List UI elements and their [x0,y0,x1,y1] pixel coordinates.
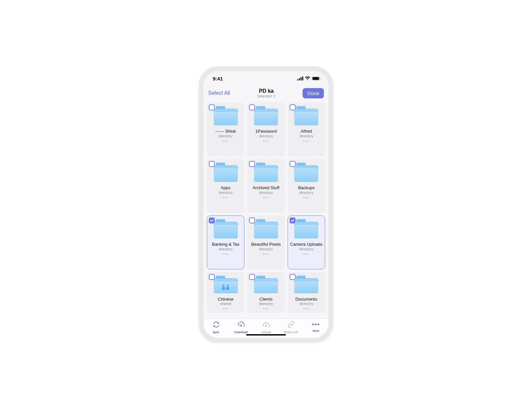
status-bar: 9:41 [203,71,329,86]
folder-type: directory [219,134,233,138]
folder-type: directory [259,302,273,306]
done-button[interactable]: Done [303,88,324,98]
folder-name: 1Password [255,129,277,134]
sync-icon [212,321,220,330]
folder-type: shared [220,302,231,306]
folder-card[interactable]: Alfreddirectory••• [288,102,325,156]
folder-card[interactable]: Banking & Taxdirectory••• [207,215,244,269]
folder-name: Alfred [301,129,312,134]
folder-icon [294,106,318,125]
more-icon[interactable]: ••• [303,252,310,256]
toolbar-download[interactable]: Download [230,321,252,334]
folder-icon [214,106,238,125]
folder-card[interactable]: 1Passworddirectory••• [247,102,285,156]
folder-icon [254,106,278,125]
status-time: 9:41 [213,76,223,81]
folder-type: directory [299,247,313,251]
toolbar-label: Download [234,331,248,334]
folder-name: Apps [221,185,231,190]
folder-card[interactable]: Chineseshared••• [207,272,244,313]
folder-name: Backups [298,185,315,190]
svg-rect-1 [299,78,300,80]
more-icon[interactable]: ••• [222,307,229,311]
page-title: PD ka [257,88,275,94]
toolbar-label: Share Link [284,331,298,334]
folder-card[interactable]: ------ Shlokdirectory••• [207,102,244,156]
folder-name: ------ Shlok [215,129,236,134]
upload-icon [262,321,270,330]
folder-type: directory [259,191,273,195]
selection-count: Selected: 2 [257,94,275,98]
folder-card[interactable]: Backupsdirectory••• [288,159,325,213]
folder-type: directory [219,191,233,195]
folder-name: Chinese [218,297,234,301]
folder-type: directory [299,191,313,195]
folder-type: directory [259,247,273,251]
more-icon[interactable]: ••• [263,252,269,256]
nav-bar: Select All PD ka Selected: 2 Done [203,86,329,100]
sharelink-icon [287,321,295,330]
screen: 9:41 Select All PD ka Selected: 2 Done -… [203,71,329,338]
folder-type: directory [219,247,233,251]
more-icon[interactable]: ••• [303,307,310,311]
status-indicators [297,76,321,80]
more-icon[interactable]: ••• [222,139,229,143]
folder-icon [254,219,278,238]
wifi-icon [305,76,310,80]
more-icon[interactable]: ••• [303,196,310,200]
cellular-icon [297,76,303,80]
download-icon [237,321,245,330]
svg-rect-3 [302,76,303,80]
toolbar-label: Upload [261,331,271,334]
nav-title-block: PD ka Selected: 2 [257,88,275,98]
phone-frame: 9:41 Select All PD ka Selected: 2 Done -… [199,67,333,342]
folder-icon [214,163,238,182]
folder-card[interactable]: Appsdirectory••• [207,159,244,213]
svg-rect-5 [313,77,319,80]
home-indicator[interactable] [246,334,286,336]
folder-type: directory [259,134,273,138]
toolbar-sharelink: Share Link [280,321,302,334]
folder-icon [254,276,278,293]
folder-icon [254,163,278,182]
toolbar-sync[interactable]: Sync [205,321,227,334]
folder-name: Camera Uploads [290,242,323,247]
more-icon[interactable]: ••• [263,196,269,200]
folder-name: Clients [259,297,273,301]
svg-rect-2 [301,77,302,80]
toolbar-label: Sync [213,331,219,334]
toolbar-label: More [313,329,320,333]
more-icon[interactable]: ••• [222,196,229,200]
folder-card[interactable]: Documentsdirectory••• [288,272,325,313]
toolbar-upload: Upload [255,321,277,334]
more-icon[interactable]: ••• [263,139,269,143]
toolbar-more[interactable]: •••More [305,321,327,333]
folder-icon [214,276,238,293]
svg-rect-0 [297,79,298,80]
folder-card[interactable]: Beautiful Pixelsdirectory••• [247,215,285,269]
svg-rect-6 [320,78,321,79]
folder-type: directory [299,302,313,306]
folder-type: directory [299,134,313,138]
more-icon[interactable]: ••• [303,139,310,143]
folder-icon [294,219,318,238]
more-icon[interactable]: ••• [263,307,269,311]
battery-icon [312,76,321,80]
folder-icon [294,276,318,293]
folder-name: Banking & Tax [212,242,239,247]
more-icon[interactable]: ••• [222,252,229,256]
folder-card[interactable]: Archived Stuffdirectory••• [247,159,285,213]
folder-icon [294,163,318,182]
folder-name: Documents [295,297,317,301]
select-all-button[interactable]: Select All [208,90,230,96]
folder-card[interactable]: Clientsdirectory••• [247,272,285,313]
folder-name: Archived Stuff [253,185,280,190]
folder-card[interactable]: Camera Uploadsdirectory••• [288,215,325,269]
folder-name: Beautiful Pixels [251,242,281,247]
folder-grid[interactable]: ------ Shlokdirectory•••1Passworddirecto… [203,100,329,319]
folder-icon [214,219,238,238]
more-icon: ••• [312,321,320,328]
